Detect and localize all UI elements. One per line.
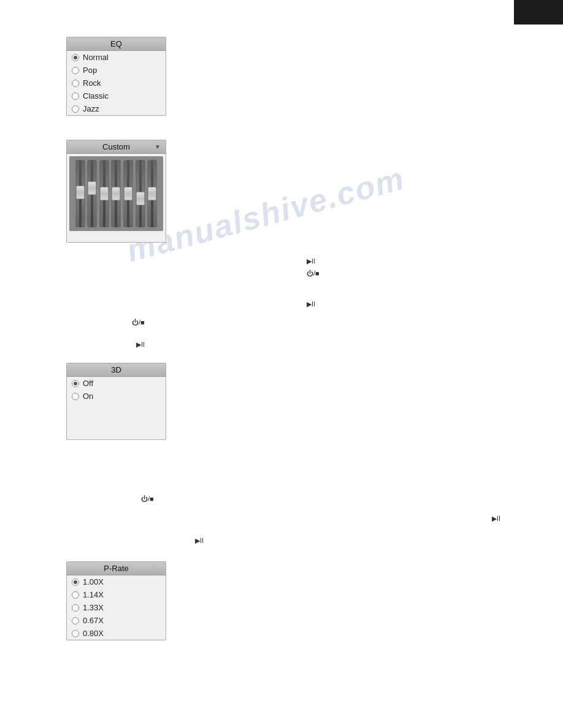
eq-slider-1[interactable]	[75, 160, 85, 227]
prate-label-0_67x: 0.67X	[83, 616, 104, 625]
3d-panel-header: 3D	[67, 363, 166, 377]
eq-sliders-area	[69, 156, 163, 231]
eq-radio-pop[interactable]	[72, 67, 79, 74]
eq-panel: EQ Normal Pop Rock Classic Jazz	[66, 37, 166, 116]
eq-slider-5[interactable]	[123, 160, 133, 227]
prate-option-1_00x[interactable]: 1.00X	[67, 575, 166, 588]
power-stop-symbol-3: ⏻/■	[141, 495, 154, 502]
prate-label-1_14x: 1.14X	[83, 590, 104, 599]
3d-option-off[interactable]: Off	[67, 377, 166, 390]
eq-label-pop: Pop	[83, 66, 97, 75]
prate-radio-0_67x[interactable]	[72, 617, 79, 624]
eq-option-normal[interactable]: Normal	[67, 51, 166, 64]
power-stop-symbol-2: ⏻/■	[307, 270, 320, 277]
play-pause-symbol-2: ▶II	[307, 257, 315, 265]
prate-panel-header: P-Rate	[67, 562, 166, 575]
prate-option-0_67x[interactable]: 0.67X	[67, 614, 166, 627]
3d-option-on[interactable]: On	[67, 390, 166, 403]
eq-slider-3-thumb[interactable]	[100, 187, 109, 200]
power-stop-symbol-1: ⏻/■	[132, 319, 145, 326]
eq-radio-jazz[interactable]	[72, 105, 79, 113]
prate-label-1_33x: 1.33X	[83, 603, 104, 612]
custom-eq-panel: Custom ▼	[66, 140, 166, 243]
3d-label-on: On	[83, 392, 93, 401]
3d-panel-empty-space	[67, 403, 166, 439]
eq-option-rock[interactable]: Rock	[67, 77, 166, 89]
eq-slider-6[interactable]	[136, 160, 145, 227]
eq-slider-3[interactable]	[99, 160, 109, 227]
eq-option-jazz[interactable]: Jazz	[67, 102, 166, 115]
eq-slider-2[interactable]	[87, 160, 97, 227]
3d-radio-off[interactable]	[72, 380, 79, 387]
prate-radio-1_00x[interactable]	[72, 578, 79, 586]
eq-slider-2-thumb[interactable]	[88, 181, 96, 195]
eq-slider-4-thumb[interactable]	[112, 187, 120, 200]
eq-slider-6-thumb[interactable]	[136, 192, 145, 205]
eq-slider-7[interactable]	[147, 160, 157, 227]
prate-label-1_00x: 1.00X	[83, 577, 104, 586]
prate-radio-1_33x[interactable]	[72, 604, 79, 612]
play-pause-symbol-3: ▶II	[307, 300, 315, 308]
eq-option-classic[interactable]: Classic	[67, 89, 166, 102]
prate-option-1_14x[interactable]: 1.14X	[67, 588, 166, 601]
eq-option-pop[interactable]: Pop	[67, 64, 166, 77]
prate-label-0_80x: 0.80X	[83, 629, 104, 638]
custom-panel-title: Custom	[102, 142, 130, 151]
play-pause-symbol-4: ▶II	[492, 515, 500, 523]
play-pause-symbol-1: ▶II	[136, 341, 145, 349]
custom-panel-header: Custom ▼	[67, 140, 166, 154]
prate-radio-1_14x[interactable]	[72, 591, 79, 599]
eq-radio-rock[interactable]	[72, 80, 79, 87]
play-pause-symbol-5: ▶II	[195, 537, 204, 545]
eq-label-rock: Rock	[83, 78, 101, 88]
eq-label-normal: Normal	[83, 53, 109, 62]
eq-slider-7-thumb[interactable]	[148, 187, 156, 200]
3d-panel: 3D Off On	[66, 363, 166, 440]
eq-radio-normal[interactable]	[72, 54, 79, 61]
eq-label-jazz: Jazz	[83, 104, 99, 113]
custom-dropdown-arrow[interactable]: ▼	[155, 143, 161, 150]
prate-panel: P-Rate 1.00X 1.14X 1.33X 0.67X 0.80X	[66, 561, 166, 640]
eq-slider-1-thumb[interactable]	[76, 186, 85, 199]
prate-option-1_33x[interactable]: 1.33X	[67, 601, 166, 614]
prate-option-0_80x[interactable]: 0.80X	[67, 627, 166, 640]
prate-radio-0_80x[interactable]	[72, 630, 79, 637]
eq-radio-classic[interactable]	[72, 93, 79, 100]
3d-label-off: Off	[83, 379, 93, 388]
eq-slider-4[interactable]	[111, 160, 121, 227]
eq-label-classic: Classic	[83, 91, 109, 100]
3d-radio-on[interactable]	[72, 393, 79, 400]
top-right-decoration	[514, 0, 563, 25]
eq-slider-5-thumb[interactable]	[124, 187, 132, 200]
eq-panel-header: EQ	[67, 37, 166, 51]
